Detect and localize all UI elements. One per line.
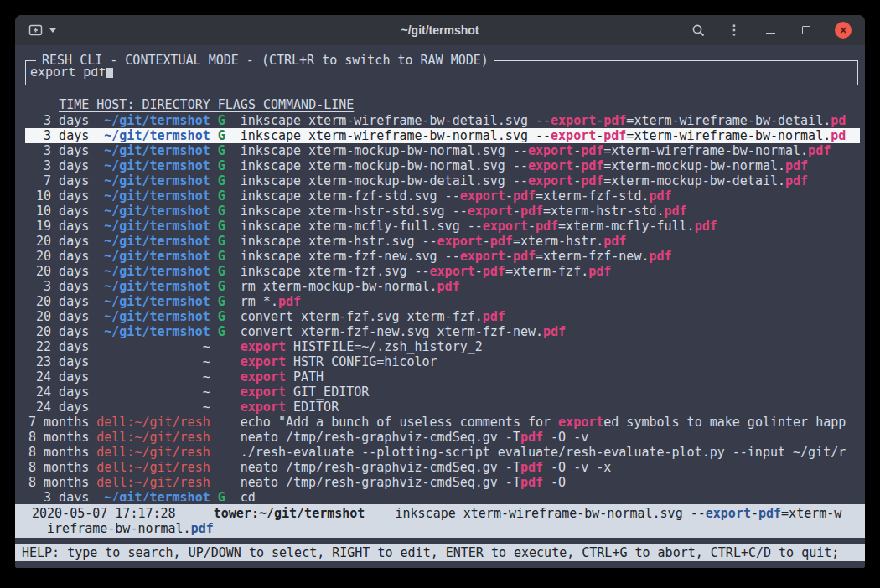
kebab-menu-button[interactable]: ⋮ (727, 23, 742, 38)
command-text: - (596, 128, 603, 143)
row-command: export GIT_EDITOR (241, 384, 370, 400)
minimize-button[interactable] (763, 23, 778, 38)
row-flags: G (218, 294, 225, 309)
command-text: - (573, 143, 581, 158)
table-row[interactable]: 3 days~/git/termshotGinkscape xterm-wire… (25, 128, 860, 143)
table-row[interactable]: 20 days~/git/termshotGinkscape xterm-fzf… (25, 249, 860, 264)
command-text: inkscape xterm-hstr.svg -- (241, 234, 437, 249)
search-button[interactable] (691, 23, 706, 38)
search-box-title: RESH CLI - CONTEXTUAL MODE - (CTRL+R to … (36, 53, 494, 68)
table-row[interactable]: 3 days~/git/termshotGinkscape xterm-mock… (25, 158, 860, 173)
match-text: pdf (581, 173, 603, 188)
row-host-directory: ~/git/termshot (96, 279, 210, 294)
row-flags (218, 445, 225, 460)
row-command: inkscape xterm-wireframe-bw-normal.svg -… (241, 128, 846, 143)
table-row[interactable]: 22 days~export HISTFILE=~/.zsh_history_2 (25, 339, 860, 354)
row-time: 10 days (28, 204, 89, 219)
row-flags: G (218, 249, 225, 264)
command-text: - (483, 234, 490, 249)
match-text: pdf (483, 264, 505, 279)
table-row[interactable]: 24 days~export PATH (25, 369, 860, 384)
status-line: ireframe-bw-normal.pdf (32, 521, 858, 536)
match-text: export (528, 143, 573, 158)
table-row[interactable]: 24 days~export EDITOR (25, 400, 860, 415)
table-row[interactable]: 23 days~export HSTR_CONFIG=hicolor (25, 354, 860, 369)
table-row[interactable]: 20 days~/git/termshotGconvert xterm-fzf-… (25, 324, 860, 339)
match-text: export (483, 219, 528, 234)
command-text: inkscape xterm-mcfly-full.svg -- (241, 219, 483, 234)
table-row[interactable]: 20 days~/git/termshotGinkscape xterm-hst… (25, 234, 860, 249)
row-host-directory: ~/git/termshot (96, 173, 210, 188)
command-text: inkscape xterm-fzf-new.svg -- (241, 249, 460, 264)
match-text: export (551, 128, 596, 143)
row-flags (218, 354, 225, 369)
row-time: 10 days (28, 188, 89, 204)
row-time: 8 months (28, 475, 89, 490)
match-text: pdf (665, 204, 687, 219)
command-text: - (751, 506, 758, 521)
row-flags (218, 384, 225, 400)
table-row[interactable]: 20 days~/git/termshotGinkscape xterm-fzf… (25, 264, 860, 279)
row-host-directory: ~/git/termshot (96, 249, 210, 264)
command-text: =xterm-fzf-std. (536, 188, 649, 204)
command-text: neato /tmp/resh-graphviz-cmdSeq.gv -T (241, 430, 520, 445)
table-row[interactable]: 8 monthsdell:~/git/reshneato /tmp/resh-g… (25, 460, 860, 475)
minimize-icon (766, 33, 775, 34)
row-command: neato /tmp/resh-graphviz-cmdSeq.gv -Tpdf… (241, 460, 612, 475)
command-text: inkscape xterm-fzf.svg -- (241, 264, 430, 279)
match-text: pdf (483, 309, 505, 324)
table-row[interactable]: 8 monthsdell:~/git/resh./resh-evaluate -… (25, 445, 860, 460)
table-row[interactable]: 24 days~export GIT_EDITOR (25, 384, 860, 400)
match-text: export (528, 158, 573, 173)
row-flags: G (218, 279, 225, 294)
match-text: export (460, 188, 505, 204)
match-text: export (241, 369, 286, 384)
table-row[interactable]: 3 days~/git/termshotGrm xterm-mockup-bw-… (25, 279, 860, 294)
table-row[interactable]: 7 monthsdell:~/git/reshecho "Add a bunch… (25, 415, 860, 430)
row-host-directory: ~/git/termshot (96, 143, 210, 158)
command-text: - (505, 188, 513, 204)
history-rows: 3 days~/git/termshotGinkscape xterm-wire… (25, 113, 860, 501)
table-row[interactable]: 8 monthsdell:~/git/reshneato /tmp/resh-g… (25, 430, 860, 445)
table-row[interactable]: 10 days~/git/termshotGinkscape xterm-fzf… (25, 188, 860, 204)
row-host-directory: ~/git/termshot (96, 128, 210, 143)
row-time: 3 days (28, 143, 89, 158)
command-text: -O -v (543, 430, 588, 445)
table-row[interactable]: 7 days~/git/termshotGinkscape xterm-mock… (25, 173, 860, 188)
command-text: inkscape xterm-fzf-std.svg -- (241, 188, 460, 204)
table-row[interactable]: 19 days~/git/termshotGinkscape xterm-mcf… (25, 219, 860, 234)
search-box: RESH CLI - CONTEXTUAL MODE - (CTRL+R to … (25, 60, 858, 85)
restore-button[interactable] (799, 23, 814, 38)
table-row[interactable]: 8 monthsdell:~/git/reshneato /tmp/resh-g… (25, 475, 860, 490)
row-flags (218, 430, 225, 445)
row-time: 3 days (28, 158, 89, 173)
row-command: inkscape xterm-wireframe-bw-detail.svg -… (241, 113, 846, 128)
table-row[interactable]: 3 days~/git/termshotGcd (25, 490, 860, 501)
command-text: - (528, 219, 536, 234)
match-text: pdf (543, 324, 566, 339)
command-text: neato /tmp/resh-graphviz-cmdSeq.gv -T (241, 475, 520, 490)
row-flags (218, 460, 225, 475)
match-text: pdf (588, 264, 611, 279)
new-tab-button[interactable] (28, 23, 56, 37)
close-icon: × (840, 24, 846, 36)
match-text: pdf (520, 430, 543, 445)
row-host-directory: ~ (96, 400, 210, 415)
chevron-down-icon[interactable] (49, 28, 56, 33)
terminal-window: ~/git/termshot ⋮ × RESH CLI - CONTEXTUAL… (15, 15, 865, 568)
row-host-directory: ~/git/termshot (96, 324, 210, 339)
match-text: export (241, 384, 286, 400)
row-command: echo "Add a bunch of useless comments fo… (241, 415, 846, 430)
table-row[interactable]: 10 days~/git/termshotGinkscape xterm-hst… (25, 204, 860, 219)
match-text: pdf (695, 219, 717, 234)
table-row[interactable]: 3 days~/git/termshotGinkscape xterm-mock… (25, 143, 860, 158)
command-text: =xterm-wireframe-bw-normal. (603, 143, 808, 158)
row-time: 22 days (28, 339, 89, 354)
row-time: 20 days (28, 234, 89, 249)
close-button[interactable]: × (835, 22, 852, 39)
table-row[interactable]: 3 days~/git/termshotGinkscape xterm-wire… (25, 113, 860, 128)
row-flags: G (218, 219, 225, 234)
table-row[interactable]: 20 days~/git/termshotGconvert xterm-fzf.… (25, 309, 860, 324)
table-row[interactable]: 20 days~/git/termshotGrm *.pdf (25, 294, 860, 309)
match-text: pdf (603, 113, 626, 128)
